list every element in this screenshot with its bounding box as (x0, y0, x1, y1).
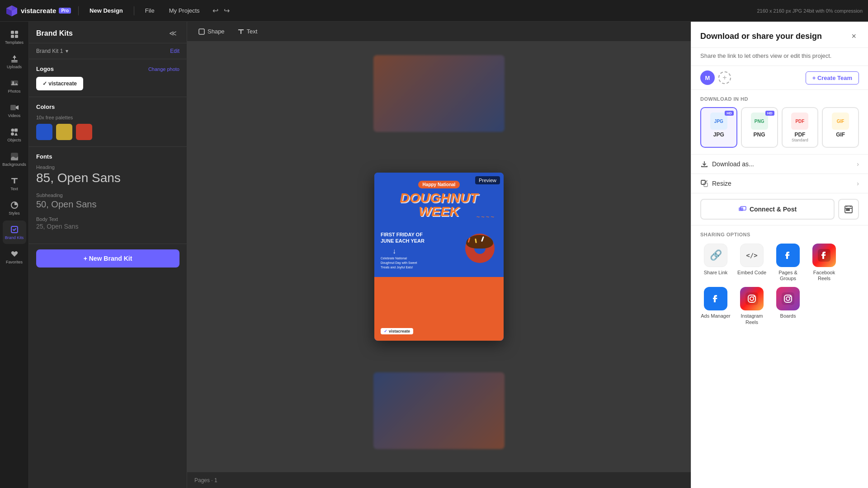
share-header: Download or share your design × (691, 22, 868, 48)
download-as-row[interactable]: Download as... › (691, 155, 868, 174)
sharing-options-section: SHARING OPTIONS 🔗 Share Link </> Embed C… (691, 225, 868, 332)
logos-title: Logos (36, 66, 54, 72)
download-hd-title: DOWNLOAD IN HD (700, 96, 859, 102)
pages-groups-icon-wrap (776, 244, 800, 267)
facebook-reels-icon-wrap (812, 244, 836, 267)
new-brand-kit-button[interactable]: + New Brand Kit (36, 249, 179, 267)
sidebar-item-brand-kits[interactable]: Brand Kits (3, 221, 26, 244)
resize-row[interactable]: Resize › (691, 174, 868, 193)
down-arrow: ↓ (392, 247, 396, 255)
collapse-button[interactable]: ≪ (166, 28, 179, 38)
logo-display: ✓ vistacreate (36, 77, 83, 90)
logos-section: Logos Change photo ✓ vistacreate (29, 59, 187, 97)
format-pdf[interactable]: PDF PDF Standard (782, 107, 819, 148)
sidebar-item-templates[interactable]: Templates (3, 25, 26, 49)
svg-rect-4 (11, 31, 14, 34)
color-swatch-gold[interactable] (56, 124, 72, 140)
body-font-entry: Body Text 25, Open Sans (36, 216, 179, 230)
instagram-reels-option[interactable]: Instagram Reels (736, 287, 767, 325)
format-gif[interactable]: GIF GIF (822, 107, 859, 148)
svg-rect-10 (11, 80, 18, 86)
svg-point-39 (790, 296, 791, 297)
boards-icon-wrap (776, 287, 800, 310)
color-swatch-red[interactable] (76, 124, 92, 140)
objects-label: Objects (7, 138, 21, 142)
sidebar-item-objects[interactable]: Objects (3, 123, 26, 146)
boards-option[interactable]: Boards (773, 287, 803, 325)
download-as-icon (700, 160, 708, 168)
uploads-icon (10, 54, 19, 63)
sidebar-item-styles[interactable]: Styles (3, 196, 26, 220)
my-projects-menu[interactable]: My Projects (165, 5, 203, 16)
doughnut-illustration (443, 218, 497, 272)
connect-post-button[interactable]: Connect & Post (700, 199, 835, 220)
body-font-preview: 25, Open Sans (36, 223, 179, 230)
format-png[interactable]: HD PNG PNG (741, 107, 778, 148)
svg-rect-8 (11, 60, 18, 61)
topbar: vistacreate Pro New Design File My Proje… (0, 0, 868, 22)
undo-button[interactable]: ↩ (211, 5, 220, 17)
sidebar-item-photos[interactable]: Photos (3, 74, 26, 98)
share-panel-close-button[interactable]: × (849, 31, 859, 42)
ads-manager-option[interactable]: Ads Manager (700, 287, 731, 325)
brand-kits-icon (10, 225, 19, 234)
svg-point-14 (11, 128, 14, 131)
svg-rect-17 (11, 132, 14, 136)
pages-groups-label: Pages & Groups (773, 270, 803, 282)
shape-tool-label: Shape (208, 28, 225, 35)
svg-rect-6 (11, 35, 14, 38)
connect-post-label: Connect & Post (750, 206, 797, 213)
color-swatch-blue[interactable] (36, 124, 52, 140)
canvas-bottom-bg (373, 372, 505, 449)
facebook-reels-option[interactable]: Facebook Reels (809, 244, 840, 282)
sidebar-item-videos[interactable]: Videos (3, 99, 26, 122)
share-link-option[interactable]: 🔗 Share Link (700, 244, 731, 282)
divider2 (134, 6, 134, 15)
redo-button[interactable]: ↪ (222, 5, 231, 17)
photos-label: Photos (8, 89, 20, 94)
svg-rect-24 (739, 207, 743, 211)
brand-kit-name-selector[interactable]: Brand Kit 1 ▾ (36, 48, 68, 54)
heading-font-preview: 85, Open Sans (36, 171, 179, 185)
brand-kit-selector: Brand Kit 1 ▾ Edit (29, 43, 187, 59)
connect-post-icon (738, 205, 746, 213)
create-team-button[interactable]: + Create Team (806, 71, 859, 84)
text-tool-icon (237, 28, 245, 35)
embed-code-icon: </> (746, 252, 757, 259)
shape-tool[interactable]: Shape (194, 26, 228, 37)
sidebar-item-favorites[interactable]: Favorites (3, 245, 26, 268)
backgrounds-label: Backgrounds (2, 162, 26, 167)
jpg-hd-badge: HD (725, 111, 734, 116)
text-tool[interactable]: Text (234, 26, 261, 37)
subheading-font-preview: 50, Open Sans (36, 199, 179, 209)
svg-point-35 (754, 296, 755, 297)
change-logo-button[interactable]: Change photo (148, 66, 179, 72)
sidebar-item-uploads[interactable]: Uploads (3, 50, 26, 73)
canvas-area: Shape Text Preview (187, 22, 691, 488)
svg-rect-5 (15, 31, 18, 34)
sidebar-item-text[interactable]: Text (3, 172, 26, 195)
calendar-button[interactable] (838, 199, 859, 220)
sidebar-item-backgrounds[interactable]: Backgrounds (3, 147, 26, 171)
brand-panel-header: Brand Kits ≪ (29, 22, 187, 43)
design-preview[interactable]: Preview Happy National DOUGHNUT WEEK ~~~… (374, 173, 504, 341)
colors-section: Colors 10x free palettes (29, 97, 187, 147)
svg-rect-32 (745, 292, 758, 305)
embed-code-option[interactable]: </> Embed Code (736, 244, 767, 282)
sprinkle3 (481, 236, 484, 242)
brand-panel: Brand Kits ≪ Brand Kit 1 ▾ Edit Logos Ch… (29, 22, 187, 488)
edit-kit-button[interactable]: Edit (170, 48, 179, 54)
pages-groups-option[interactable]: Pages & Groups (773, 244, 803, 282)
file-menu[interactable]: File (142, 5, 158, 16)
vc-checkmark: ✓ (384, 329, 387, 333)
canvas-info: 2160 x 2160 px JPG 24bit with 0% compres… (757, 8, 863, 14)
pages-label: Pages · 1 (194, 477, 217, 483)
brand-kit-name-text: Brand Kit 1 (36, 48, 63, 54)
format-jpg[interactable]: HD JPG JPG (700, 107, 737, 148)
color-description: 10x free palettes (36, 115, 179, 120)
app-logo: vistacreate Pro (5, 5, 71, 17)
design-image: Happy National DOUGHNUT WEEK ~~~~ (374, 173, 504, 341)
june-text: JUNE EACH YEAR (381, 238, 425, 244)
add-user-button[interactable]: + (718, 71, 731, 84)
sprinkle2 (475, 239, 477, 243)
